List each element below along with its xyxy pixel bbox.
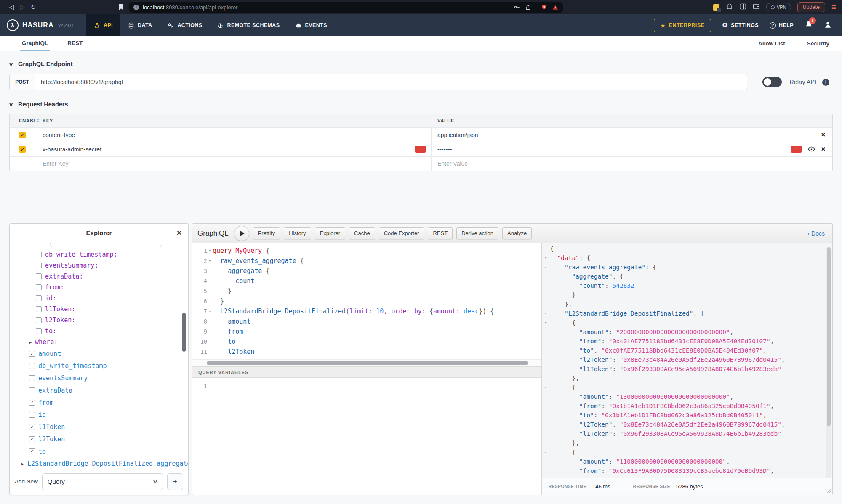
toolbar-button-analyze[interactable]: Analyze <box>502 227 532 239</box>
unchecked-checkbox[interactable] <box>29 363 35 369</box>
explorer-item[interactable]: eventsSummary <box>10 372 188 384</box>
unchecked-checkbox[interactable] <box>36 263 42 268</box>
notes-extension-icon[interactable]: 1 <box>713 4 719 11</box>
fold-arrow-icon[interactable]: ▾ <box>542 383 550 392</box>
unchecked-checkbox[interactable] <box>29 412 35 418</box>
explorer-item[interactable]: id <box>10 409 188 421</box>
enable-checkbox[interactable]: ✓ <box>19 146 26 153</box>
toolbar-button-rest[interactable]: REST <box>428 227 453 239</box>
back-icon[interactable]: ◁ <box>6 3 17 11</box>
fold-arrow-icon[interactable]: ▾ <box>542 309 550 318</box>
unchecked-checkbox[interactable] <box>36 306 42 312</box>
shield-icon[interactable] <box>541 4 547 11</box>
env-var-pill-icon[interactable]: ••• <box>415 146 426 153</box>
request-headers-section-header[interactable]: ∨ Request Headers <box>9 101 833 108</box>
unchecked-checkbox[interactable] <box>36 284 42 290</box>
forward-icon[interactable]: ▷ <box>17 3 28 11</box>
unchecked-checkbox[interactable] <box>29 375 35 381</box>
add-new-select[interactable]: Query ∨ <box>42 473 163 490</box>
explorer-scrollbar[interactable] <box>182 313 186 352</box>
response-scrollbar[interactable] <box>826 247 831 478</box>
unchecked-checkbox[interactable] <box>29 387 35 393</box>
account-button[interactable] <box>824 21 832 30</box>
site-info-icon[interactable]: i <box>133 5 139 10</box>
warning-triangle-icon[interactable] <box>552 4 559 11</box>
nav-item-actions[interactable]: ACTIONS <box>160 14 210 36</box>
bookmark-icon[interactable] <box>119 4 123 11</box>
resize-handle[interactable] <box>826 488 831 493</box>
explorer-item[interactable]: eventsSummary: <box>10 260 188 271</box>
toolbar-button-explorer[interactable]: Explorer <box>315 227 345 239</box>
fold-arrow-icon[interactable]: ▾ <box>207 246 213 256</box>
explorer-item[interactable]: db_write_timestamp: <box>10 249 188 260</box>
sidebar-icon[interactable] <box>739 3 746 11</box>
header-value-input[interactable]: application/json✕ <box>432 128 832 142</box>
explorer-field-list[interactable]: db_write_timestamp:eventsSummary:extraDa… <box>10 242 188 468</box>
tab-rest[interactable]: REST <box>66 36 84 51</box>
wallet-icon[interactable] <box>753 3 760 11</box>
fold-arrow-icon[interactable]: ▾ <box>542 318 550 327</box>
toolbar-button-history[interactable]: History <box>284 227 311 239</box>
nav-item-remote-schemas[interactable]: REMOTE SCHEMAS <box>210 14 287 36</box>
editor-horizontal-scrollbar[interactable] <box>192 359 541 366</box>
explorer-item[interactable]: ✓l1Token <box>10 421 188 433</box>
env-var-pill-icon[interactable]: ••• <box>791 146 802 153</box>
explorer-item[interactable]: extraData: <box>10 271 188 282</box>
explorer-item[interactable]: ✓amount <box>10 347 188 360</box>
new-header-key-input[interactable]: Enter Key <box>37 157 432 171</box>
response-viewer[interactable]: {▾ "data": {▾ "raw_events_aggregate": { … <box>542 243 832 478</box>
key-icon[interactable] <box>514 4 520 11</box>
fold-arrow-icon[interactable]: ▾ <box>542 448 550 457</box>
info-icon[interactable]: i <box>822 79 829 86</box>
allow-list-link[interactable]: Allow List <box>758 40 785 47</box>
add-query-button[interactable]: + <box>167 473 183 490</box>
explorer-item[interactable]: ▶where: <box>10 337 188 347</box>
unchecked-checkbox[interactable] <box>36 273 42 279</box>
vpn-button[interactable]: VPN <box>766 3 791 11</box>
toolbar-button-cache[interactable]: Cache <box>349 227 375 239</box>
docs-link[interactable]: ‹ Docs <box>808 230 827 237</box>
update-button[interactable]: Update <box>797 2 825 12</box>
header-key-input[interactable]: content-type <box>37 128 432 142</box>
toolbar-button-prettify[interactable]: Prettify <box>253 227 280 239</box>
help-button[interactable]: ?HELP <box>770 22 794 29</box>
fold-arrow-icon[interactable]: ▾ <box>207 306 213 316</box>
explorer-item[interactable]: l2Token: <box>10 315 188 326</box>
share-icon[interactable] <box>525 4 531 11</box>
new-header-value-input[interactable]: Enter Value <box>432 157 832 171</box>
explorer-item[interactable]: ✓to <box>10 445 188 457</box>
query-variables-header[interactable]: QUERY VARIABLES <box>192 366 541 378</box>
explorer-item[interactable]: ✓l2Token <box>10 433 188 445</box>
hasura-logo[interactable]: λ HASURA v2.23.0 <box>0 19 79 31</box>
reload-icon[interactable]: ↻ <box>28 3 39 11</box>
checked-checkbox[interactable]: ✓ <box>29 436 35 442</box>
explorer-item[interactable]: ✓from <box>10 396 188 409</box>
fold-arrow-icon[interactable]: ▾ <box>542 263 550 272</box>
reveal-secret-icon[interactable] <box>808 146 815 152</box>
close-icon[interactable]: ✕ <box>176 228 182 238</box>
expand-arrow-icon[interactable]: ▶ <box>29 340 32 345</box>
explorer-item[interactable]: from: <box>10 282 188 293</box>
security-link[interactable]: Security <box>807 40 829 47</box>
explorer-item[interactable]: to: <box>10 326 188 337</box>
enterprise-button[interactable]: ★ENTERPRISE <box>654 19 711 32</box>
enable-checkbox[interactable]: ✓ <box>19 132 26 138</box>
fold-arrow-icon[interactable]: ▾ <box>542 253 550 263</box>
explorer-item[interactable]: id: <box>10 293 188 304</box>
header-value-input[interactable]: ••••••••••✕ <box>432 142 832 156</box>
graphql-endpoint-section-header[interactable]: ∨ GraphQL Endpoint <box>9 61 833 67</box>
unchecked-checkbox[interactable] <box>36 317 42 323</box>
explorer-item[interactable]: db_write_timestamp <box>10 360 188 372</box>
toolbar-button-code-exporter[interactable]: Code Exporter <box>379 227 424 239</box>
explorer-item[interactable]: l1Token: <box>10 304 188 315</box>
explorer-item[interactable]: extraData <box>10 384 188 396</box>
endpoint-url-input[interactable]: http://localhost:8080/v1/graphql <box>35 74 747 90</box>
checked-checkbox[interactable]: ✓ <box>29 424 35 430</box>
header-key-input[interactable]: x-hasura-admin-secret••• <box>37 142 432 156</box>
explorer-item[interactable]: ▶L2StandardBridge_DepositFinalized_aggre… <box>10 457 188 468</box>
menu-icon[interactable]: ≡ <box>831 3 836 12</box>
unchecked-checkbox[interactable] <box>36 252 42 257</box>
execute-query-button[interactable] <box>234 226 249 241</box>
fold-arrow-icon[interactable]: ▾ <box>207 256 213 266</box>
settings-button[interactable]: ⚙SETTINGS <box>722 21 759 29</box>
